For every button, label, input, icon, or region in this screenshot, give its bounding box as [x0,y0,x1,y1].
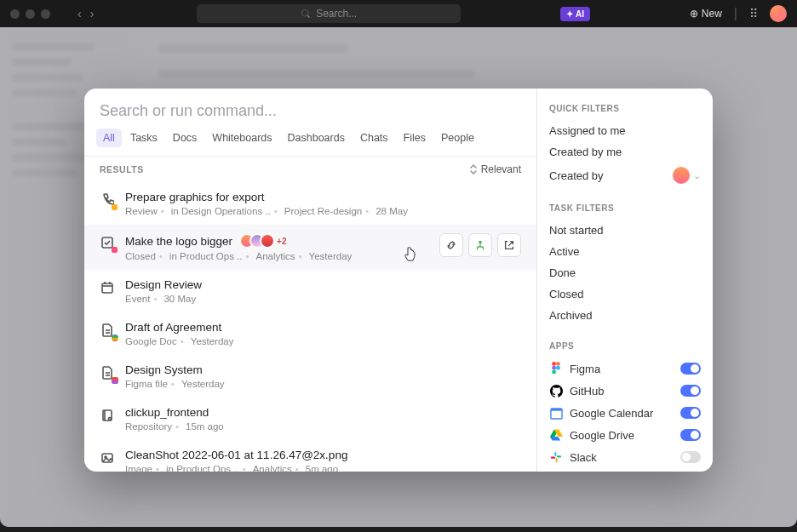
filter-label: Closed [549,288,583,300]
svg-point-21 [552,370,556,375]
app-name: GitHub [570,385,674,398]
quick-filter-item[interactable]: Assigned to me [549,120,701,141]
filter-label: Done [549,266,576,279]
nav-arrows: ‹ › [74,7,97,20]
app-toggle[interactable] [680,451,701,463]
quick-filters-title: QUICK FILTERS [549,104,701,113]
google-drive-icon [549,428,563,442]
tab-files[interactable]: Files [397,129,433,147]
result-item[interactable]: Design ReviewEvent30 May [84,270,536,312]
status-indicator [112,204,118,210]
filter-label: Archived [549,309,593,322]
maximize-dot[interactable] [41,9,50,19]
svg-rect-4 [102,283,112,293]
quick-filter-item[interactable]: Created by⌄ [549,163,701,188]
result-item[interactable]: Design SystemFigma fileYesterday [84,355,536,398]
task-filters-section: TASK FILTERS Not startedActiveDoneClosed… [549,203,701,326]
task-filter-item[interactable]: Not started [549,220,701,241]
result-title: Prepare graphics for export [125,191,265,203]
task-filter-item[interactable]: Closed [549,283,701,305]
quick-filters-section: QUICK FILTERS Assigned to meCreated by m… [549,104,701,188]
command-palette-main: Search or run command... AllTasksDocsWhi… [84,89,537,472]
result-meta: Google DocYesterday [125,336,521,346]
quick-filter-item[interactable]: Created by me [549,141,701,163]
doc-icon [100,365,115,380]
tab-tasks[interactable]: Tasks [123,129,164,147]
app-integration-item: Figma [549,358,701,380]
result-title: Make the logo bigger [125,235,232,248]
tab-all[interactable]: All [96,129,122,147]
close-dot[interactable] [10,9,20,19]
svg-point-0 [302,10,309,17]
app-name: Google Drive [570,429,674,442]
result-item[interactable]: Draft of AgreementGoogle DocYesterday [84,312,536,355]
phone-icon [100,192,115,208]
tab-whiteboards[interactable]: Whiteboards [205,129,278,147]
svg-line-1 [307,15,309,17]
svg-point-14 [109,418,112,420]
minimize-dot[interactable] [26,9,35,19]
result-item[interactable]: clickup_frontendRepository15m ago [84,398,536,440]
global-search[interactable]: Search... [197,4,461,23]
svg-point-19 [552,366,556,370]
tab-dashboards[interactable]: Dashboards [281,129,352,147]
ai-label: AI [576,9,584,19]
avatar-overflow: +2 [277,237,286,246]
sort-label: Relevant [481,163,521,175]
task-filters-title: TASK FILTERS [549,203,701,213]
task-filter-item[interactable]: Done [549,262,701,283]
nav-forward-icon[interactable]: › [87,7,98,20]
command-palette-modal: Search or run command... AllTasksDocsWhi… [84,89,713,472]
user-avatar[interactable] [770,5,787,22]
ai-button[interactable]: ✦ AI [560,7,590,21]
filter-label: Created by [549,169,604,182]
svg-point-17 [552,362,556,366]
subtask-button[interactable] [468,233,492,257]
app-toggle[interactable] [680,429,701,441]
svg-point-18 [556,362,560,366]
filter-label: Assigned to me [549,124,626,137]
google-calendar-icon [549,406,563,420]
results-list: Prepare graphics for exportReviewin Desi… [84,182,536,472]
app-integration-item: Google Calendar [549,402,701,424]
github-icon [549,384,563,398]
window-top-bar: ‹ › Search... ✦ AI ⊕ New | ⠿ [0,0,797,27]
app-toggle[interactable] [680,385,701,397]
sort-icon [469,164,478,174]
tab-people[interactable]: People [434,129,481,147]
app-integration-item: GitHub [549,380,701,402]
result-item[interactable]: CleanShot 2022-06-01 at 11.26.47@2x.pngI… [84,440,536,472]
apps-section: APPS FigmaGitHubGoogle CalendarGoogle Dr… [549,341,701,468]
filter-tabs: AllTasksDocsWhiteboardsDashboardsChatsFi… [84,129,536,156]
result-meta: Closedin Product Ops ..AnalyticsYesterda… [125,251,429,261]
result-item[interactable]: Prepare graphics for exportReviewin Desi… [84,182,536,225]
new-button[interactable]: ⊕ New [690,8,722,20]
command-palette-sidebar: QUICK FILTERS Assigned to meCreated by m… [537,89,713,472]
result-meta: Reviewin Design Operations ..Project Re-… [125,206,521,216]
nav-back-icon[interactable]: ‹ [74,7,85,20]
task-filter-item[interactable]: Archived [549,305,701,326]
sort-dropdown[interactable]: Relevant [469,163,521,175]
svg-point-3 [479,241,482,244]
filter-label: Created by me [549,146,622,158]
result-item[interactable]: Make the logo bigger+2Closedin Product O… [84,225,536,270]
app-name: Slack [570,451,674,464]
tab-docs[interactable]: Docs [166,129,204,147]
task-check-icon [100,235,115,250]
status-indicator [112,377,118,384]
repo-icon [100,408,115,423]
doc-icon [100,323,115,338]
app-toggle[interactable] [680,407,701,419]
command-search-input[interactable]: Search or run command... [84,89,536,129]
apps-grid-icon[interactable]: ⠿ [749,7,758,20]
svg-rect-23 [550,408,561,410]
results-heading: RESULTS [100,164,144,174]
task-filter-item[interactable]: Active [549,241,701,262]
ai-sparkle-icon: ✦ [566,9,573,19]
image-icon [100,450,115,466]
tab-chats[interactable]: Chats [353,129,395,147]
app-toggle[interactable] [680,363,701,375]
open-new-tab-button[interactable] [497,233,521,257]
copy-link-button[interactable] [439,233,463,257]
result-meta: Imagein Product Ops ..Analytics5m ago [125,464,521,472]
